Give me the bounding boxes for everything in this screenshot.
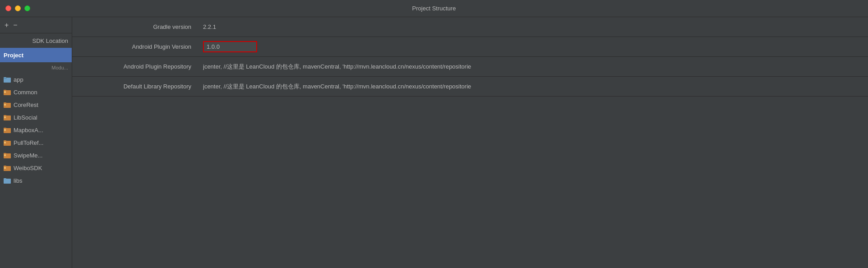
svg-rect-2 <box>4 77 6 78</box>
sidebar-item-label-libsocial: LibSocial <box>14 114 37 121</box>
content-area: Gradle version 2.2.1 Android Plugin Vers… <box>72 17 868 268</box>
sidebar-modules-list: app Common <box>0 73 72 187</box>
folder-module-icon-pulltorefresh <box>4 139 11 146</box>
sidebar-top-section: SDK Location Project Modu... <box>0 33 72 73</box>
traffic-buttons <box>5 5 30 11</box>
sidebar-item-corerest[interactable]: CoreRest <box>0 98 72 111</box>
folder-libs-icon <box>4 177 11 184</box>
maximize-button[interactable] <box>24 5 30 11</box>
svg-rect-13 <box>4 128 6 129</box>
form-label-default-library-repository: Default Library Repository <box>72 77 199 96</box>
form-value-plugin-version <box>199 37 868 56</box>
sidebar: + − SDK Location Project Modu... <box>0 17 72 268</box>
main-container: + − SDK Location Project Modu... <box>0 17 868 268</box>
svg-rect-10 <box>4 115 6 116</box>
window-title: Project Structure <box>412 5 456 12</box>
add-button[interactable]: + <box>5 22 9 29</box>
form-row-plugin-version: Android Plugin Version <box>72 37 868 57</box>
svg-rect-20 <box>4 154 6 156</box>
form-row-default-library-repository: Default Library Repository jcenter, //这里… <box>72 77 868 97</box>
sdk-location-label: SDK Location <box>32 37 69 44</box>
sidebar-item-label-pulltorefresh: PullToRef... <box>14 139 43 146</box>
sidebar-item-libs[interactable]: libs <box>0 174 72 187</box>
remove-button[interactable]: − <box>13 22 17 29</box>
close-button[interactable] <box>5 5 11 11</box>
svg-rect-25 <box>4 178 6 179</box>
sidebar-item-mapbox[interactable]: MapboxA... <box>0 124 72 136</box>
svg-rect-22 <box>4 166 6 166</box>
svg-rect-8 <box>4 104 6 106</box>
form-label-plugin-version: Android Plugin Version <box>72 37 199 56</box>
plugin-repository-text: jcenter, //这里是 LeanCloud 的包仓库, mavenCent… <box>203 63 471 71</box>
sidebar-item-label-libs: libs <box>14 177 23 184</box>
svg-rect-7 <box>4 102 6 103</box>
folder-module-icon-common <box>4 89 11 95</box>
form-value-plugin-repository[interactable]: jcenter, //这里是 LeanCloud 的包仓库, mavenCent… <box>199 57 868 76</box>
svg-rect-23 <box>4 167 6 169</box>
form-value-gradle-version[interactable]: 2.2.1 <box>199 17 868 37</box>
sidebar-item-swipemenu[interactable]: SwipeMe... <box>0 149 72 162</box>
form-label-gradle-version: Gradle version <box>72 17 199 37</box>
minimize-button[interactable] <box>15 5 21 11</box>
svg-rect-17 <box>4 142 6 143</box>
project-label: Project <box>4 52 23 59</box>
sidebar-toolbar: + − <box>0 17 72 33</box>
folder-module-icon-libsocial <box>4 114 11 120</box>
sidebar-item-label-corerest: CoreRest <box>14 102 38 108</box>
sidebar-item-label-mapbox: MapboxA... <box>14 127 43 134</box>
folder-module-icon-corerest <box>4 102 11 108</box>
svg-rect-11 <box>4 116 6 118</box>
sidebar-item-project[interactable]: Project <box>0 48 72 62</box>
folder-module-icon-mapbox <box>4 127 11 133</box>
plugin-version-input[interactable] <box>203 41 257 52</box>
svg-rect-19 <box>4 153 6 154</box>
sidebar-item-label-weibosdk: WeiboSDK <box>14 165 42 171</box>
sidebar-item-sdk-location[interactable]: SDK Location <box>0 33 72 48</box>
sidebar-item-libsocial[interactable]: LibSocial <box>0 111 72 124</box>
sidebar-item-label-swipemenu: SwipeMe... <box>14 152 42 159</box>
modules-header: Modu... <box>0 62 72 73</box>
sidebar-item-app[interactable]: app <box>0 73 72 86</box>
form-label-plugin-repository: Android Plugin Repository <box>72 57 199 76</box>
sidebar-item-weibosdk[interactable]: WeiboSDK <box>0 162 72 174</box>
svg-rect-24 <box>4 179 11 184</box>
title-bar: Project Structure <box>0 0 868 17</box>
folder-app-icon <box>4 76 11 83</box>
default-library-repository-text: jcenter, //这里是 LeanCloud 的包仓库, mavenCent… <box>203 83 471 91</box>
sidebar-item-common[interactable]: Common <box>0 86 72 98</box>
sidebar-item-pulltorefresh[interactable]: PullToRef... <box>0 136 72 149</box>
folder-module-icon-weibosdk <box>4 165 11 171</box>
sidebar-item-label-common: Common <box>14 89 37 96</box>
sidebar-item-label-app: app <box>14 76 23 83</box>
folder-module-icon-swipemenu <box>4 152 11 158</box>
svg-rect-14 <box>4 129 6 131</box>
svg-rect-5 <box>4 91 6 93</box>
form-value-default-library-repository[interactable]: jcenter, //这里是 LeanCloud 的包仓库, mavenCent… <box>199 77 868 96</box>
svg-rect-16 <box>4 140 6 141</box>
form-row-plugin-repository: Android Plugin Repository jcenter, //这里是… <box>72 57 868 77</box>
form-row-gradle-version: Gradle version 2.2.1 <box>72 17 868 37</box>
gradle-version-text: 2.2.1 <box>203 23 216 30</box>
svg-rect-4 <box>4 90 6 91</box>
